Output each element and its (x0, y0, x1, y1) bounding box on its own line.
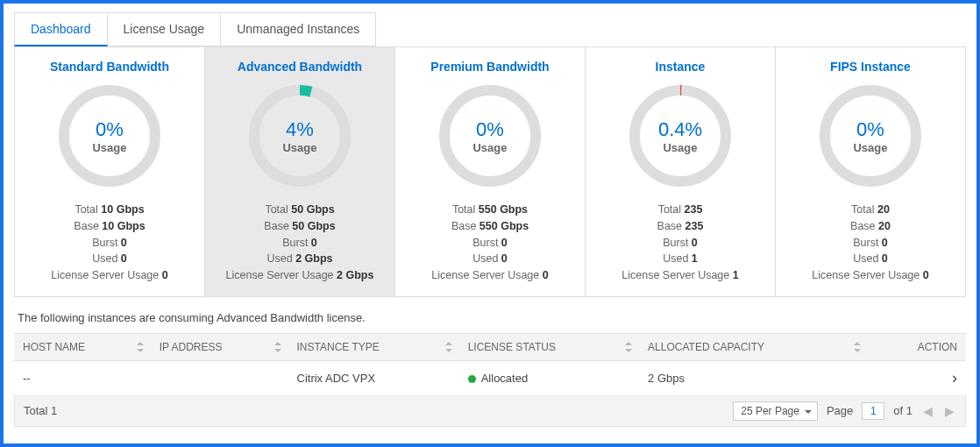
usage-donut: 0%Usage (813, 79, 927, 193)
cell-type: Citrix ADC VPX (288, 360, 459, 395)
sort-icon[interactable] (625, 342, 632, 352)
col-instance-type[interactable]: INSTANCE TYPE (288, 333, 459, 360)
per-page-select[interactable]: 25 Per Page (733, 401, 818, 421)
usage-percent: 0% (476, 118, 504, 141)
card-title: Instance (593, 60, 768, 74)
table-footer: Total 1 25 Per Page Page of 1 ◀ ▶ (14, 396, 966, 427)
card-title: Advanced Bandwidth (212, 60, 387, 74)
prev-page-button[interactable]: ◀ (921, 404, 934, 418)
sort-icon[interactable] (445, 342, 452, 352)
card-title: Standard Bandwidth (22, 60, 197, 74)
usage-label: Usage (663, 141, 697, 154)
cell-capacity: 2 Gbps (639, 360, 868, 395)
sort-icon[interactable] (274, 342, 281, 352)
card-instance[interactable]: Instance0.4%UsageTotal 235Base 235Burst … (586, 47, 776, 296)
usage-percent: 4% (286, 118, 314, 141)
usage-percent: 0% (96, 118, 124, 141)
usage-percent: 0.4% (658, 118, 702, 141)
usage-label: Usage (853, 141, 887, 154)
usage-donut: 0%Usage (53, 79, 167, 193)
instances-table: HOST NAME IP ADDRESS INSTANCE TYPE LICEN… (14, 333, 966, 396)
usage-donut: 4%Usage (243, 79, 357, 193)
total-count: Total 1 (24, 404, 57, 417)
card-title: FIPS Instance (783, 60, 958, 74)
tab-license-usage[interactable]: License Usage (108, 12, 222, 46)
table-header-row: HOST NAME IP ADDRESS INSTANCE TYPE LICEN… (14, 333, 966, 360)
tab-dashboard[interactable]: Dashboard (14, 12, 108, 46)
col-license-status[interactable]: LICENSE STATUS (459, 333, 639, 360)
card-stats: Total 10 GbpsBase 10 GbpsBurst 0Used 0Li… (22, 202, 197, 284)
cards-row: Standard Bandwidth0%UsageTotal 10 GbpsBa… (14, 47, 966, 297)
row-action-button[interactable]: › (868, 360, 966, 395)
col-host-name[interactable]: HOST NAME (14, 333, 151, 360)
col-allocated-capacity[interactable]: ALLOCATED CAPACITY (639, 333, 868, 360)
usage-donut: 0%Usage (433, 79, 547, 193)
page-input[interactable] (862, 402, 884, 420)
page-label: Page (827, 404, 853, 417)
card-title: Premium Bandwidth (402, 60, 578, 74)
usage-donut: 0.4%Usage (623, 79, 737, 193)
of-label: of 1 (893, 404, 913, 417)
sort-icon[interactable] (854, 342, 861, 352)
col-ip-address[interactable]: IP ADDRESS (151, 333, 288, 360)
card-stats: Total 550 GbpsBase 550 GbpsBurst 0Used 0… (402, 202, 578, 284)
card-advanced-bandwidth[interactable]: Advanced Bandwidth4%UsageTotal 50 GbpsBa… (205, 47, 395, 296)
usage-label: Usage (92, 141, 126, 154)
sort-icon[interactable] (137, 342, 144, 352)
usage-label: Usage (472, 141, 507, 154)
tabs: Dashboard License Usage Unmanaged Instan… (14, 12, 966, 47)
card-stats: Total 235Base 235Burst 0Used 1License Se… (593, 202, 768, 284)
cell-status: Allocated (459, 360, 639, 395)
tab-unmanaged-instances[interactable]: Unmanaged Instances (221, 12, 376, 46)
card-premium-bandwidth[interactable]: Premium Bandwidth0%UsageTotal 550 GbpsBa… (395, 47, 586, 296)
table-description: The following instances are consuming Ad… (18, 311, 962, 324)
card-standard-bandwidth[interactable]: Standard Bandwidth0%UsageTotal 10 GbpsBa… (15, 47, 205, 296)
cell-ip (151, 360, 288, 395)
next-page-button[interactable]: ▶ (943, 404, 956, 418)
table-row[interactable]: --Citrix ADC VPXAllocated2 Gbps› (14, 360, 966, 395)
status-dot-icon (468, 375, 476, 383)
col-action: ACTION (868, 333, 966, 360)
usage-percent: 0% (856, 118, 884, 141)
card-stats: Total 20Base 20Burst 0Used 0License Serv… (783, 202, 958, 284)
cell-host: -- (14, 360, 151, 395)
card-fips-instance[interactable]: FIPS Instance0%UsageTotal 20Base 20Burst… (776, 47, 965, 296)
usage-label: Usage (282, 141, 316, 154)
card-stats: Total 50 GbpsBase 50 GbpsBurst 0Used 2 G… (212, 202, 387, 284)
pager: 25 Per Page Page of 1 ◀ ▶ (733, 401, 956, 421)
